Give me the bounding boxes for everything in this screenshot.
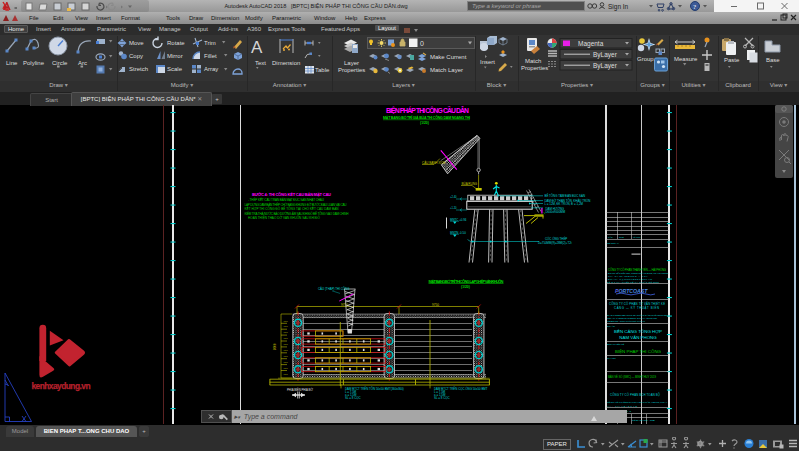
- svg-text:900: 900: [284, 355, 289, 358]
- svg-text:CÔNG TY CỔ PHẦN THANH YẾN — HẢ: CÔNG TY CỔ PHẦN THANH YẾN — HẢI PHÒNG: [608, 267, 666, 272]
- svg-text:9750: 9750: [432, 303, 439, 307]
- svg-text:ByLayer: ByLayer: [593, 62, 618, 70]
- svg-text:vẽ con: vẽ con: [633, 236, 641, 239]
- svg-text:Magenta: Magenta: [578, 40, 604, 48]
- svg-text:MẶT BẰNG BỐ TRÍ THI CÔNG LẮP G: MẶT BẰNG BỐ TRÍ THI CÔNG LẮP GHÉP VÁN KH…: [429, 279, 504, 284]
- svg-text:MNTC +0.94: MNTC +0.94: [450, 218, 467, 222]
- svg-text:8000: 8000: [273, 343, 277, 350]
- svg-text:D600x9000MM: D600x9000MM: [546, 210, 566, 214]
- svg-text:KẾT HỢP THI CÔNG ĐỔ BÊ TÔNG TẠ: KẾT HỢP THI CÔNG ĐỔ BÊ TÔNG TẠI CHỖ KẾT …: [245, 206, 339, 211]
- svg-text:NAM VÂN PHONG: NAM VÂN PHONG: [619, 335, 657, 340]
- svg-text:SL = 8 CỌC: SL = 8 CỌC: [345, 396, 361, 400]
- svg-text:900: 900: [284, 367, 289, 370]
- svg-text:+2.40: +2.40: [450, 195, 457, 199]
- svg-text:SL = 8 CỌC: SL = 8 CỌC: [434, 396, 450, 400]
- svg-text:0: 0: [420, 40, 424, 47]
- svg-text:CẨU BÁNH XÍCH: CẨU BÁNH XÍCH: [422, 160, 446, 165]
- svg-text:PHÍA BIỂN PHÍA BỜ: PHÍA BIỂN PHÍA BỜ: [287, 387, 313, 392]
- svg-text:BẾN CẢNG TỔNG HỢP: BẾN CẢNG TỔNG HỢP: [614, 329, 662, 334]
- svg-text:L = 12M, ĐK TRÒN, Đ = 1,2M: L = 12M, ĐK TRÒN, Đ = 1,2M: [545, 201, 584, 206]
- svg-text:A: A: [251, 38, 263, 57]
- svg-text:- THÉP KẾT CẤU TRÀN BẢN MẶT ĐÚ: - THÉP KẾT CẤU TRÀN BẢN MẶT ĐÚC SẴN NHẬT…: [248, 197, 324, 202]
- svg-text:GIAI ĐT: GIAI ĐT: [607, 357, 616, 360]
- svg-text:BÚA RUNG: BÚA RUNG: [462, 181, 478, 186]
- svg-text:Tel: 84-31-3826512 — Fax:: Tel: 84-31-3826512 — Fax:: [608, 275, 648, 277]
- svg-text:BIỆN PHÁP THI CÔNG CẦU DẪN: BIỆN PHÁP THI CÔNG CẦU DẪN: [386, 105, 469, 114]
- svg-text:DỰ ÁN: DỰ ÁN: [607, 325, 615, 328]
- svg-text:BÌNH THIẾT KẾ: BÌNH THIẾT KẾ: [607, 343, 624, 346]
- svg-text:Sign In: Sign In: [608, 3, 629, 11]
- svg-text:HẠ: 09/XD/GPXD: HẠ: 09/XD/GPXD: [607, 405, 637, 408]
- svg-text:BÊ TÔNG TẤM ĐAN ĐÚC SẴN: BÊ TÔNG TẤM ĐAN ĐÚC SẴN: [545, 193, 586, 198]
- svg-text:900: 900: [284, 361, 289, 364]
- svg-text:HOÀN THIỆN THÁO DỠ VÁN KHUÔN S: HOÀN THIỆN THÁO DỠ VÁN KHUÔN SAU KHI ĐỔ: [248, 215, 321, 220]
- svg-text:900: 900: [284, 320, 289, 323]
- svg-text:900: 900: [284, 373, 289, 376]
- svg-text:kenhxaydung.vn: kenhxaydung.vn: [32, 381, 91, 391]
- svg-text:CẢNG — KỸ THUẬT BIỂN: CẢNG — KỸ THUẬT BIỂN: [614, 305, 659, 310]
- svg-text:PORTCOAST: PORTCOAST: [615, 288, 648, 294]
- svg-text:BIỆN PHÁP THI CÔNG: BIỆN PHÁP THI CÔNG: [615, 349, 662, 354]
- svg-text:900: 900: [284, 331, 289, 334]
- svg-text:WEBSITE: www.portcoast.com.vn: WEBSITE: www.portcoast.com.vn: [607, 320, 646, 322]
- svg-text:BẢN VẼ SỐ (SMC) — BÌNH THUY 20: BẢN VẼ SỐ (SMC) — BÌNH THUY 2019: [608, 374, 656, 379]
- svg-text:900: 900: [284, 337, 289, 340]
- svg-text:CẨU (THÁP) THI CÔNG: CẨU (THÁP) THI CÔNG: [318, 286, 350, 291]
- svg-text:900: 900: [284, 343, 289, 346]
- svg-text:ByLayer: ByLayer: [593, 51, 618, 59]
- svg-text:(1/20): (1/20): [461, 285, 470, 289]
- svg-text:LẮP DỰNG DẦM BẢN THÉP CHỜ BẰNG: LẮP DỰNG DẦM BẢN THÉP CHỜ BẰNG KHUNG ĐỠ …: [245, 202, 347, 207]
- svg-text:900: 900: [284, 349, 289, 352]
- svg-text:MẶT BẰNG BỐ TRÍ GIÁ BÚA THI CÔ: MẶT BẰNG BỐ TRÍ GIÁ BÚA THI CÔNG DẦM NGA…: [383, 115, 470, 120]
- svg-text:BƯỚC 4: THI CÔNG KẾT CẤU BẢN M: BƯỚC 4: THI CÔNG KẾT CẤU BẢN MẶT CẦU: [252, 192, 331, 197]
- svg-text:mst bctc 4): mst bctc 4): [607, 242, 619, 245]
- svg-text:CÔNG TY CỔ PHẦN BCH TOÀN BỘ: CÔNG TY CỔ PHẦN BCH TOÀN BỘ: [610, 392, 661, 397]
- svg-text:(1/20): (1/20): [420, 121, 429, 125]
- svg-text:SỐ BẢN HQS - TCB: SỐ BẢN HQS - TCB: [632, 419, 655, 422]
- svg-text:D=750MM(9)=28M(2)+T2t: D=750MM(9)=28M(2)+T2t: [538, 241, 572, 245]
- svg-text:LẬP: LẬP: [608, 236, 613, 239]
- svg-text:MNTN -0.50: MNTN -0.50: [450, 231, 466, 235]
- svg-text:+1.20: +1.20: [450, 206, 457, 210]
- svg-text:soát: soát: [619, 236, 624, 239]
- svg-text:900: 900: [284, 325, 289, 328]
- svg-text:?: ?: [693, 3, 696, 11]
